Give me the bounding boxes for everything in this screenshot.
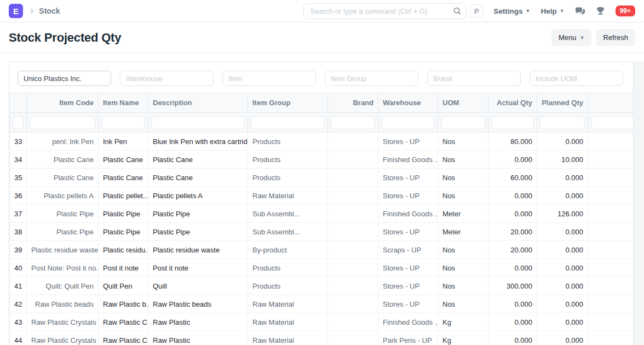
cell-brand[interactable] bbox=[328, 223, 378, 241]
cell-warehouse[interactable]: Stores - UP bbox=[378, 259, 438, 277]
cell-num[interactable]: 36 bbox=[10, 187, 27, 205]
cell-description[interactable]: Plastic residue waste bbox=[148, 241, 248, 259]
cell-item_group[interactable]: Products bbox=[248, 259, 328, 277]
cell-actual_qty[interactable]: 60.000 bbox=[488, 169, 537, 187]
cell-item_code[interactable]: Raw Plastic Crystals bbox=[27, 313, 99, 331]
column-filter-input-actual_qty[interactable] bbox=[491, 116, 534, 129]
cell-num[interactable]: 44 bbox=[10, 331, 27, 345]
cell-brand[interactable] bbox=[328, 313, 378, 331]
cell-planned_qty[interactable]: 0.000 bbox=[537, 169, 588, 187]
cell-planned_qty[interactable]: 0.000 bbox=[537, 331, 588, 345]
cell-description[interactable]: Raw Plastic beads bbox=[148, 295, 248, 313]
column-filter-input-item_name[interactable] bbox=[101, 116, 145, 129]
refresh-button[interactable]: Refresh bbox=[596, 29, 635, 46]
cell-item_group[interactable]: Products bbox=[248, 169, 328, 187]
cell-uom[interactable]: Meter bbox=[438, 205, 488, 223]
cell-planned_qty[interactable]: 0.000 bbox=[537, 223, 588, 241]
search-input[interactable] bbox=[303, 3, 467, 19]
cell-warehouse[interactable]: Stores - UP bbox=[378, 133, 438, 151]
cell-uom[interactable]: Kg bbox=[438, 313, 488, 331]
cell-num[interactable]: 40 bbox=[10, 259, 27, 277]
cell-req[interactable] bbox=[588, 295, 634, 313]
cell-req[interactable] bbox=[588, 241, 634, 259]
column-filter-input-num[interactable] bbox=[13, 116, 24, 129]
cell-planned_qty[interactable]: 10.000 bbox=[537, 151, 588, 169]
cell-uom[interactable]: Nos bbox=[438, 151, 488, 169]
cell-item_name[interactable]: Quilt Pen bbox=[99, 277, 148, 295]
column-filter-input-item_code[interactable] bbox=[30, 116, 95, 129]
cell-description[interactable]: Blue Ink Pen with extra cartridges bbox=[148, 133, 248, 151]
cell-brand[interactable] bbox=[328, 133, 378, 151]
cell-planned_qty[interactable]: 0.000 bbox=[537, 313, 588, 331]
cell-planned_qty[interactable]: 0.000 bbox=[537, 133, 588, 151]
cell-item_name[interactable]: Raw Plastic C... bbox=[99, 331, 148, 345]
cell-actual_qty[interactable]: 0.000 bbox=[488, 151, 537, 169]
cell-description[interactable]: Plastic Cane bbox=[148, 169, 248, 187]
cell-item_group[interactable]: By-product bbox=[248, 241, 328, 259]
cell-brand[interactable] bbox=[328, 295, 378, 313]
cell-actual_qty[interactable]: 300.000 bbox=[488, 277, 537, 295]
cell-actual_qty[interactable]: 20.000 bbox=[488, 223, 537, 241]
cell-item_code[interactable]: Plastic Pipe bbox=[27, 205, 99, 223]
cell-brand[interactable] bbox=[328, 205, 378, 223]
cell-warehouse[interactable]: Stores - UP bbox=[378, 223, 438, 241]
cell-item_name[interactable]: Raw Plastic C... bbox=[99, 313, 148, 331]
cell-brand[interactable] bbox=[328, 259, 378, 277]
cell-warehouse[interactable]: Stores - UP bbox=[378, 295, 438, 313]
cell-warehouse[interactable]: Finished Goods ... bbox=[378, 313, 438, 331]
cell-req[interactable] bbox=[588, 313, 634, 331]
cell-item_code[interactable]: Plastic Cane bbox=[27, 151, 99, 169]
column-header-actual_qty[interactable]: Actual Qty bbox=[488, 93, 537, 113]
cell-uom[interactable]: Nos bbox=[438, 259, 488, 277]
column-filter-input-uom[interactable] bbox=[441, 116, 485, 129]
cell-brand[interactable] bbox=[328, 151, 378, 169]
column-filter-input-item_group[interactable] bbox=[251, 116, 325, 129]
cell-item_name[interactable]: Plastic Pipe bbox=[99, 223, 148, 241]
cell-actual_qty[interactable]: 0.000 bbox=[488, 205, 537, 223]
cell-num[interactable]: 33 bbox=[10, 133, 27, 151]
cell-warehouse[interactable]: Stores - UP bbox=[378, 277, 438, 295]
column-header-planned_qty[interactable]: Planned Qty bbox=[537, 93, 588, 113]
cell-item_code[interactable]: Plastic pellets A bbox=[27, 187, 99, 205]
column-header-warehouse[interactable]: Warehouse bbox=[378, 93, 438, 113]
column-header-item_code[interactable]: Item Code bbox=[27, 93, 99, 113]
cell-description[interactable]: Plastic Pipe bbox=[148, 223, 248, 241]
cell-item_code[interactable]: Raw Plastic beads bbox=[27, 295, 99, 313]
item-filter-input[interactable] bbox=[222, 71, 316, 86]
column-header-description[interactable]: Description bbox=[148, 93, 248, 113]
warehouse-filter-input[interactable] bbox=[120, 71, 214, 86]
cell-num[interactable]: 42 bbox=[10, 295, 27, 313]
cell-num[interactable]: 41 bbox=[10, 277, 27, 295]
settings-menu[interactable]: Settings ▼ bbox=[493, 7, 530, 15]
cell-item_group[interactable]: Raw Material bbox=[248, 331, 328, 345]
column-header-item_group[interactable]: Item Group bbox=[248, 93, 328, 113]
cell-item_code[interactable]: penl: Ink Pen bbox=[27, 133, 99, 151]
cell-actual_qty[interactable]: 0.000 bbox=[488, 295, 537, 313]
cell-warehouse[interactable]: Finished Goods ... bbox=[378, 151, 438, 169]
column-filter-input-brand[interactable] bbox=[331, 116, 375, 129]
cell-num[interactable]: 34 bbox=[10, 151, 27, 169]
cell-item_group[interactable]: Products bbox=[248, 277, 328, 295]
cell-item_group[interactable]: Raw Material bbox=[248, 295, 328, 313]
cell-item_group[interactable]: Products bbox=[248, 133, 328, 151]
item-group-filter-input[interactable] bbox=[325, 71, 418, 86]
cell-num[interactable]: 39 bbox=[10, 241, 27, 259]
cell-actual_qty[interactable]: 0.000 bbox=[488, 187, 537, 205]
cell-warehouse[interactable]: Scraps - UP bbox=[378, 241, 438, 259]
vertical-scrollbar-track[interactable] bbox=[634, 61, 644, 345]
cell-warehouse[interactable]: Park Pens - UP bbox=[378, 331, 438, 345]
cell-brand[interactable] bbox=[328, 169, 378, 187]
column-header-item_name[interactable]: Item Name bbox=[99, 93, 148, 113]
cell-req[interactable] bbox=[588, 277, 634, 295]
cell-description[interactable]: Quill bbox=[148, 277, 248, 295]
breadcrumb[interactable]: Stock bbox=[39, 7, 60, 15]
cell-description[interactable]: Plastic Cane bbox=[148, 151, 248, 169]
cell-item_code[interactable]: Quilt: Quilt Pen bbox=[27, 277, 99, 295]
cell-req[interactable] bbox=[588, 169, 634, 187]
column-header-uom[interactable]: UOM bbox=[438, 93, 488, 113]
cell-req[interactable] bbox=[588, 151, 634, 169]
cell-uom[interactable]: Meter bbox=[438, 223, 488, 241]
cell-item_code[interactable]: Plastic residue waste bbox=[27, 241, 99, 259]
cell-uom[interactable]: Nos bbox=[438, 295, 488, 313]
menu-button[interactable]: Menu ▼ bbox=[551, 29, 591, 46]
